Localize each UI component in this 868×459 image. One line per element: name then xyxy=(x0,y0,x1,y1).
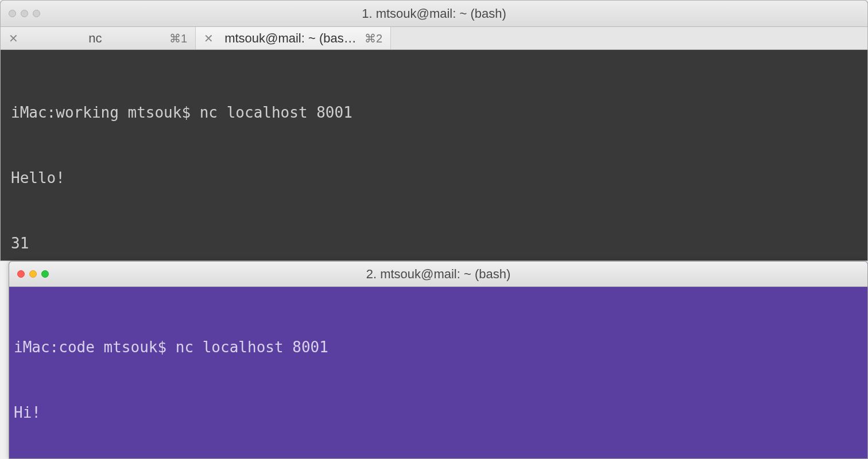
close-icon[interactable] xyxy=(17,270,25,278)
terminal-window-1: 1. mtsouk@mail: ~ (bash) ✕ nc ⌘1 ✕ mtsou… xyxy=(0,0,868,261)
terminal-line: Hello! xyxy=(11,167,857,189)
maximize-icon[interactable] xyxy=(41,270,49,278)
close-icon[interactable]: ✕ xyxy=(9,32,21,45)
terminal-line: Hi! xyxy=(14,402,863,423)
tab-shortcut: ⌘2 xyxy=(365,32,382,45)
titlebar-1[interactable]: 1. mtsouk@mail: ~ (bash) xyxy=(1,1,867,27)
window-title-1: 1. mtsouk@mail: ~ (bash) xyxy=(1,6,867,21)
minimize-icon[interactable] xyxy=(21,10,28,17)
terminal-line: iMac:code mtsouk$ nc localhost 8001 xyxy=(14,336,863,358)
terminal-window-2: 2. mtsouk@mail: ~ (bash) iMac:code mtsou… xyxy=(9,261,868,459)
terminal-line: iMac:working mtsouk$ nc localhost 8001 xyxy=(11,102,857,123)
terminal-line: 31 xyxy=(11,232,857,254)
minimize-icon[interactable] xyxy=(29,270,37,278)
traffic-lights-2 xyxy=(17,270,49,278)
close-icon[interactable] xyxy=(9,10,16,17)
tab-bash[interactable]: ✕ mtsouk@mail: ~ (bas… ⌘2 xyxy=(196,27,391,49)
tab-label: mtsouk@mail: ~ (bas… xyxy=(216,31,365,46)
maximize-icon[interactable] xyxy=(33,10,40,17)
window-title-2: 2. mtsouk@mail: ~ (bash) xyxy=(9,267,867,282)
terminal-body-2[interactable]: iMac:code mtsouk$ nc localhost 8001 Hi! … xyxy=(9,287,867,458)
titlebar-2[interactable]: 2. mtsouk@mail: ~ (bash) xyxy=(9,262,867,287)
close-icon[interactable]: ✕ xyxy=(204,32,216,45)
tab-label: nc xyxy=(21,31,169,46)
tab-nc[interactable]: ✕ nc ⌘1 xyxy=(1,27,196,49)
tab-bar: ✕ nc ⌘1 ✕ mtsouk@mail: ~ (bas… ⌘2 xyxy=(1,27,867,50)
tab-shortcut: ⌘1 xyxy=(169,32,187,45)
traffic-lights-1 xyxy=(9,10,40,17)
terminal-body-1[interactable]: iMac:working mtsouk$ nc localhost 8001 H… xyxy=(1,50,867,260)
